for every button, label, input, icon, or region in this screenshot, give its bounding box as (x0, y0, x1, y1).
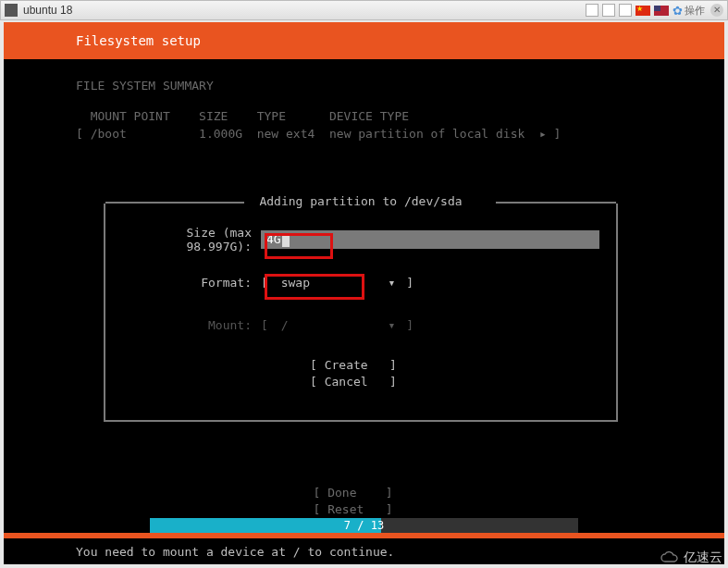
add-partition-dialog: Adding partition to /dev/sda Size (max 9… (104, 204, 618, 422)
format-label: Format: (122, 276, 261, 290)
window-title: ubuntu 18 (23, 4, 72, 17)
size-row: Size (max 98.997G): 4G (122, 229, 599, 250)
gear-icon[interactable]: ✿ (672, 4, 683, 18)
reset-button[interactable]: [ Reset ] (314, 501, 415, 518)
hint-message: You need to mount a device at / to conti… (76, 545, 394, 559)
text-cursor (282, 234, 290, 247)
done-button[interactable]: [ Done ] (314, 485, 415, 501)
titlebar: ubuntu 18 ✿ 操作 ✕ (0, 0, 728, 20)
flag-cn-icon[interactable] (635, 6, 650, 16)
cancel-button[interactable]: [ Cancel ] (310, 374, 412, 390)
window-control-icon[interactable] (619, 4, 632, 17)
console-area: Filesystem setup FILE SYSTEM SUMMARY MOU… (4, 22, 724, 564)
window-control-icon[interactable] (602, 4, 615, 17)
mount-select: [ /▾ ] (261, 318, 413, 332)
cloud-icon (660, 551, 680, 564)
create-button[interactable]: [ Create ] (310, 357, 412, 374)
progress-label: 7 / 13 (150, 518, 578, 533)
page-title: Filesystem setup (4, 22, 724, 59)
size-label: Size (max 98.997G): (122, 226, 261, 253)
format-row: Format: [ swap▾ ] (122, 272, 599, 292)
mount-label: Mount: (122, 318, 261, 332)
chevron-down-icon: ▾ (385, 276, 400, 290)
chevron-down-icon: ▾ (385, 318, 400, 332)
summary-heading: FILE SYSTEM SUMMARY (76, 78, 724, 95)
dialog-title: Adding partition to /dev/sda (105, 194, 616, 208)
watermark: 亿速云 (660, 549, 722, 566)
progress-bar: 7 / 13 (150, 518, 578, 533)
mount-row: Mount: [ /▾ ] (122, 315, 599, 335)
summary-data-row[interactable]: [ /boot 1.000G new ext4 new partition of… (76, 126, 724, 143)
window-control-icon[interactable] (586, 4, 598, 17)
format-select[interactable]: [ swap▾ ] (261, 276, 413, 290)
close-icon[interactable]: ✕ (710, 4, 723, 17)
summary-header-row: MOUNT POINT SIZE TYPE DEVICE TYPE (76, 108, 724, 126)
size-input[interactable]: 4G (261, 230, 599, 249)
app-icon (5, 4, 18, 17)
orange-divider (4, 533, 724, 538)
ops-menu[interactable]: 操作 (685, 4, 705, 18)
flag-us-icon[interactable] (654, 6, 669, 16)
